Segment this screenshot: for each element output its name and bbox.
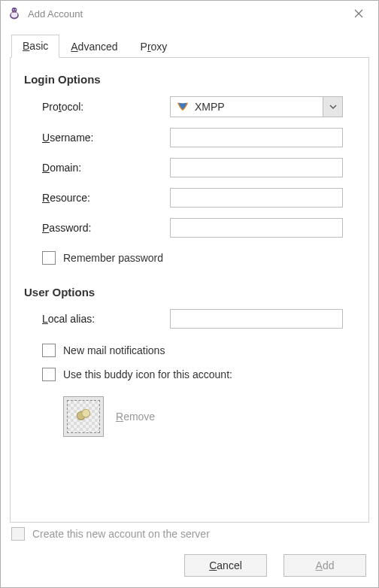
protocol-selected-value: XMPP — [195, 101, 323, 113]
mail-notifications-label: New mail notifications — [63, 344, 165, 356]
remove-buddy-icon-button: Remove — [116, 411, 155, 423]
tab-basic[interactable]: Basic — [11, 35, 59, 58]
window-close-button[interactable] — [344, 3, 374, 24]
tab-panel-basic: Login Options Protocol: XMPP — [10, 57, 369, 523]
tab-proxy[interactable]: Proxy — [129, 35, 179, 58]
cancel-button[interactable]: Cancel — [184, 554, 267, 577]
password-input[interactable] — [170, 218, 343, 238]
username-label: Username: — [42, 132, 170, 144]
password-row: Password: — [42, 218, 355, 238]
domain-label: Domain: — [42, 162, 170, 174]
svg-point-1 — [11, 12, 18, 18]
domain-input[interactable] — [170, 158, 343, 177]
create-on-server-row: Create this new account on the server — [10, 523, 369, 541]
remember-password-row: Remember password — [42, 251, 355, 265]
svg-point-4 — [15, 9, 17, 11]
protocol-select[interactable]: XMPP — [170, 96, 343, 117]
remember-password-label: Remember password — [63, 252, 163, 264]
tab-strip: Basic Advanced Proxy — [10, 34, 369, 57]
remember-password-checkbox[interactable] — [42, 251, 56, 265]
resource-row: Resource: — [42, 188, 355, 208]
tab-advanced[interactable]: Advanced — [59, 35, 129, 58]
svg-point-9 — [82, 409, 90, 417]
mail-notifications-row: New mail notifications — [42, 344, 355, 357]
chevron-down-icon — [329, 105, 337, 109]
buddy-icon-label: Use this buddy icon for this account: — [63, 368, 232, 380]
title-bar: Add Account — [1, 1, 378, 26]
buddy-icon-checkbox[interactable] — [42, 368, 56, 381]
buddy-icon-placeholder-icon — [67, 400, 100, 433]
password-label: Password: — [42, 222, 170, 234]
username-row: Username: — [42, 128, 355, 147]
username-input[interactable] — [170, 128, 343, 147]
local-alias-label: Local alias: — [42, 313, 170, 325]
pidgin-app-icon — [7, 6, 22, 21]
buddy-icon-row: Use this buddy icon for this account: — [42, 368, 355, 381]
add-account-window: Add Account Basic Advanced Proxy Login O… — [0, 0, 379, 588]
xmpp-icon — [175, 99, 190, 114]
dialog-button-bar: Cancel Add — [10, 541, 369, 578]
svg-point-3 — [13, 9, 14, 11]
window-title: Add Account — [28, 8, 83, 20]
create-on-server-label: Create this new account on the server — [32, 528, 210, 540]
client-area: Basic Advanced Proxy Login Options Proto… — [1, 26, 378, 587]
mail-notifications-checkbox[interactable] — [42, 344, 56, 357]
login-options-heading: Login Options — [24, 73, 355, 86]
local-alias-row: Local alias: — [42, 309, 355, 329]
add-button[interactable]: Add — [283, 554, 366, 577]
domain-row: Domain: — [42, 158, 355, 177]
user-options-heading: User Options — [24, 286, 355, 299]
protocol-label: Protocol: — [42, 101, 170, 113]
protocol-row: Protocol: XMPP — [42, 96, 355, 117]
buddy-icon-picker[interactable] — [63, 396, 104, 437]
resource-label: Resource: — [42, 192, 170, 204]
protocol-dropdown-button[interactable] — [323, 97, 342, 117]
create-on-server-checkbox — [11, 527, 25, 541]
resource-input[interactable] — [170, 188, 343, 208]
local-alias-input[interactable] — [170, 309, 343, 329]
